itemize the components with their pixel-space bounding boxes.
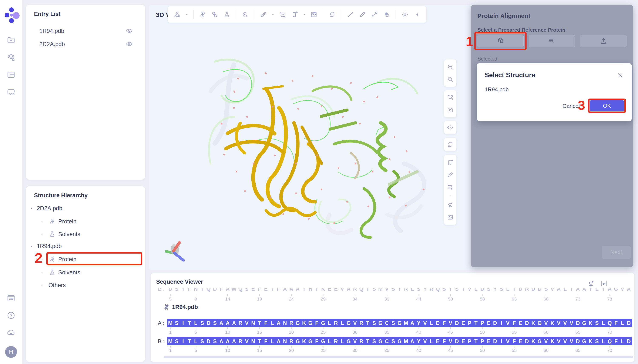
toolbar-divider (395, 10, 396, 19)
caret-right-icon[interactable] (40, 232, 44, 236)
refresh-icon[interactable] (444, 140, 456, 149)
ok-button[interactable]: OK (590, 100, 624, 111)
tree-label: Protein (58, 218, 77, 225)
caret-down-icon[interactable] (448, 194, 452, 198)
caret-right-icon[interactable] (40, 270, 44, 274)
folder-add-icon[interactable] (4, 33, 18, 47)
map-view-icon[interactable] (444, 212, 456, 222)
caret-down-icon[interactable] (185, 13, 189, 16)
tree-label: 2D2A.pdb (37, 205, 62, 212)
workspace-layout-icon[interactable] (4, 68, 18, 82)
target-icon[interactable] (444, 123, 456, 132)
annotation-step2: 2 (35, 250, 43, 266)
form-list-icon[interactable] (4, 291, 18, 305)
chain-b-ruler: 1510152025303540455055606570 (167, 346, 632, 354)
gear-icon[interactable] (400, 10, 409, 19)
measure-ruler-icon[interactable] (259, 10, 268, 19)
refresh-tool-group (444, 138, 456, 151)
tree-label: Others (49, 282, 66, 288)
rotate-select-icon[interactable] (240, 10, 250, 19)
sequence-horizontal-scrollbar[interactable] (164, 356, 633, 358)
spheres-overlap-icon[interactable] (382, 10, 391, 19)
map-view-icon[interactable] (309, 10, 318, 19)
eye-icon[interactable] (125, 27, 133, 35)
sidebar-nav-bottom: H (4, 291, 18, 358)
ligand-rings-icon[interactable] (210, 10, 219, 19)
flask-icon[interactable] (222, 10, 231, 19)
path-spline-icon[interactable] (444, 182, 456, 192)
sequence-entry-header[interactable]: 1R94.pdb (163, 304, 198, 310)
tree-item-1r94-others[interactable]: Others (29, 279, 142, 291)
chain-a-label: A : (158, 320, 164, 326)
protein-alignment-panel: Protein Alignment Select a Prepared Refe… (471, 5, 633, 267)
line-tool-icon[interactable] (346, 10, 355, 19)
fit-view-icon[interactable] (444, 93, 456, 102)
swap-arrows-icon[interactable] (587, 280, 595, 288)
caret-down-icon[interactable] (29, 206, 34, 210)
path-spline-icon[interactable] (278, 10, 287, 19)
protein-structure-canvas[interactable] (202, 53, 479, 244)
bookmark-add-icon[interactable] (444, 158, 456, 167)
caret-right-icon[interactable] (40, 220, 44, 224)
chain-b-sequence[interactable]: MSITLSDSAAARVNTFLANRGKGFGLRLGVRTSGCSGMAY… (167, 337, 632, 345)
tree-item-2d2a[interactable]: 2D2A.pdb (29, 202, 142, 214)
dna-helix-icon (49, 218, 56, 225)
entry-list-title: Entry List (34, 11, 61, 18)
partial-sequence-row: DSTFNTQDFAWQSEFETFAAATHTKEEVARQTSMVSYRLS… (167, 288, 632, 294)
dialog-structure-item[interactable]: 1R94.pdb (485, 86, 509, 93)
chain-a-sequence[interactable]: MSITLSDSAAARVNTFLANRGKGFGLRLGVRTSGCSGMAY… (167, 319, 632, 327)
app-sidebar: JOB H (0, 0, 22, 364)
wrap-text-icon[interactable] (600, 280, 608, 288)
dna-helix-icon[interactable] (198, 10, 207, 19)
tree-item-1r94-solvents[interactable]: Solvents (29, 266, 142, 278)
measure-ruler-icon[interactable] (444, 170, 456, 179)
partial-row-label: B : (158, 288, 165, 294)
swap-arrows-icon[interactable] (444, 200, 456, 210)
tree-label: Protein (58, 256, 77, 263)
sidebar-nav-top: JOB (4, 33, 18, 99)
entry-row-1r94[interactable]: 1R94.pdb (29, 25, 142, 37)
molecule-select-icon[interactable] (172, 10, 182, 19)
tree-item-1r94-protein[interactable]: Protein (29, 253, 142, 265)
annotate-tool-group (444, 155, 456, 225)
axis-gizmo[interactable] (164, 240, 189, 264)
pick-from-list-button[interactable] (529, 35, 575, 47)
svg-text:JOB: JOB (9, 92, 15, 96)
flask-icon (49, 269, 56, 276)
camera-icon[interactable] (444, 105, 456, 115)
capture-tool-group (444, 90, 456, 118)
caret-down-icon[interactable] (29, 244, 34, 248)
toolbar-divider (341, 10, 341, 19)
flask-icon (49, 231, 56, 238)
help-circle-icon[interactable] (4, 308, 18, 322)
zoom-in-icon[interactable] (444, 62, 456, 72)
cancel-button[interactable]: Cancel (562, 103, 580, 109)
zoom-out-icon[interactable] (444, 74, 456, 84)
tree-item-2d2a-solvents[interactable]: Solvents (29, 228, 142, 240)
user-avatar[interactable]: H (5, 346, 17, 358)
target-tool-group (444, 121, 456, 134)
swap-arrows-icon[interactable] (327, 10, 337, 19)
tree-item-1r94[interactable]: 1R94.pdb (29, 240, 142, 252)
pencil-line-icon[interactable] (358, 10, 367, 19)
panel-title: Protein Alignment (478, 12, 530, 20)
ball-stick-icon[interactable] (370, 10, 379, 19)
tree-label: 1R94.pdb (37, 243, 62, 250)
collapse-left-icon[interactable] (412, 10, 422, 19)
entry-label: 1R94.pdb (39, 28, 64, 34)
upload-structure-button[interactable] (580, 35, 626, 47)
dna-helix-icon (163, 304, 170, 310)
close-icon[interactable] (616, 72, 624, 80)
prepare-layers-icon[interactable] (4, 50, 18, 64)
cloud-check-icon[interactable] (4, 326, 18, 339)
tree-item-2d2a-protein[interactable]: Protein (29, 216, 142, 228)
pick-structure-3d-button[interactable] (477, 35, 524, 47)
bookmark-add-icon[interactable] (290, 10, 299, 19)
entry-row-2d2a[interactable]: 2D2A.pdb (29, 38, 142, 50)
caret-right-icon[interactable] (40, 283, 44, 287)
eye-icon[interactable] (125, 40, 133, 48)
caret-down-icon[interactable] (271, 13, 275, 16)
caret-down-icon[interactable] (302, 13, 306, 16)
next-button[interactable]: Next (602, 246, 631, 259)
job-window-icon[interactable]: JOB (4, 85, 18, 99)
